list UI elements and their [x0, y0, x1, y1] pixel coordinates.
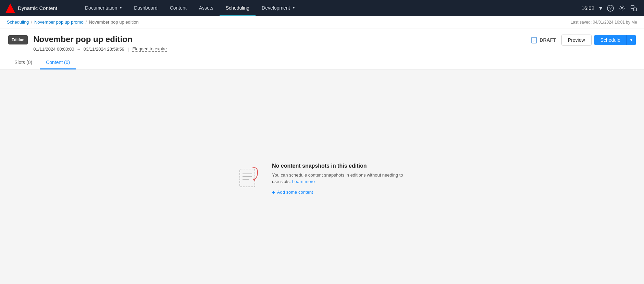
chevron-down-icon: ▾: [120, 6, 122, 10]
breadcrumb-promo[interactable]: November pop up promo: [34, 20, 84, 25]
nav-item-content[interactable]: Content: [164, 0, 193, 16]
page-header: Edition November pop up edition 01/11/20…: [0, 28, 644, 70]
empty-state-text: No content snapshots in this edition You…: [272, 163, 408, 195]
nav-time: 16:02: [581, 5, 594, 11]
app-name: Dynamic Content: [18, 5, 57, 11]
header-actions: DRAFT Preview Schedule ▾: [531, 35, 636, 46]
preview-button[interactable]: Preview: [561, 35, 592, 46]
nav-item-development[interactable]: Development ▾: [256, 0, 301, 16]
breadcrumb-sep-1: /: [31, 20, 32, 25]
settings-icon[interactable]: [617, 3, 627, 13]
empty-state-description: You can schedule content snapshots in ed…: [272, 172, 408, 185]
svg-rect-10: [240, 169, 255, 187]
add-content-link[interactable]: + Add some content: [272, 189, 408, 195]
nav-items: Documentation ▾ Dashboard Content Assets…: [79, 0, 576, 16]
draft-icon: [531, 37, 537, 43]
breadcrumb-sep-2: /: [86, 20, 87, 25]
draft-status: DRAFT: [531, 37, 556, 43]
edition-badge: Edition: [8, 35, 28, 44]
help-icon[interactable]: ?: [606, 3, 615, 13]
schedule-button[interactable]: Schedule: [594, 35, 627, 45]
svg-marker-0: [5, 3, 15, 13]
date-end: 03/11/2024 23:59:59: [84, 47, 124, 52]
svg-point-3: [621, 7, 623, 9]
nav-item-assets[interactable]: Assets: [193, 0, 220, 16]
nav-item-dashboard[interactable]: Dashboard: [128, 0, 164, 16]
learn-more-link[interactable]: Learn more: [292, 179, 315, 184]
exit-icon[interactable]: [629, 3, 639, 13]
nav-time-chevron[interactable]: ▾: [598, 3, 604, 13]
breadcrumb-scheduling[interactable]: Scheduling: [7, 20, 29, 25]
empty-state-heading: No content snapshots in this edition: [272, 163, 408, 169]
page-title: November pop up edition: [33, 35, 167, 44]
empty-state: No content snapshots in this edition You…: [236, 163, 408, 195]
plus-icon: +: [272, 189, 275, 195]
chevron-down-icon: ▾: [293, 6, 295, 10]
nav-item-scheduling[interactable]: Scheduling: [220, 0, 256, 16]
empty-state-icon: [236, 163, 264, 190]
schedule-caret-button[interactable]: ▾: [627, 35, 636, 45]
flagged-to-expire-badge[interactable]: Flagged to expire: [132, 46, 166, 52]
app-logo-icon: [5, 3, 15, 13]
main-content: No content snapshots in this edition You…: [0, 70, 644, 284]
tab-content[interactable]: Content (0): [40, 56, 76, 69]
edition-info: Edition November pop up edition 01/11/20…: [8, 35, 167, 52]
breadcrumb: Scheduling / November pop up promo / Nov…: [7, 20, 139, 25]
schedule-button-group: Schedule ▾: [594, 35, 636, 45]
top-navigation: Dynamic Content Documentation ▾ Dashboar…: [0, 0, 644, 16]
tab-slots[interactable]: Slots (0): [8, 56, 38, 69]
nav-item-documentation[interactable]: Documentation ▾: [79, 0, 128, 16]
edition-dates: 01/11/2024 00:00:00 – 03/11/2024 23:59:5…: [33, 46, 167, 52]
edition-title-group: November pop up edition 01/11/2024 00:00…: [33, 35, 167, 52]
date-start: 01/11/2024 00:00:00: [33, 47, 74, 52]
breadcrumb-bar: Scheduling / November pop up promo / Nov…: [0, 16, 644, 28]
date-dash: –: [78, 47, 80, 52]
svg-text:?: ?: [609, 6, 612, 11]
last-saved-text: Last saved: 04/01/2024 16:01 by Me: [571, 20, 637, 25]
nav-right: 16:02 ▾ ?: [576, 3, 644, 13]
breadcrumb-current: November pop up edition: [89, 20, 138, 25]
page-header-top: Edition November pop up edition 01/11/20…: [8, 35, 636, 52]
app-logo[interactable]: Dynamic Content: [0, 3, 79, 13]
tabs-bar: Slots (0) Content (0): [8, 56, 636, 69]
